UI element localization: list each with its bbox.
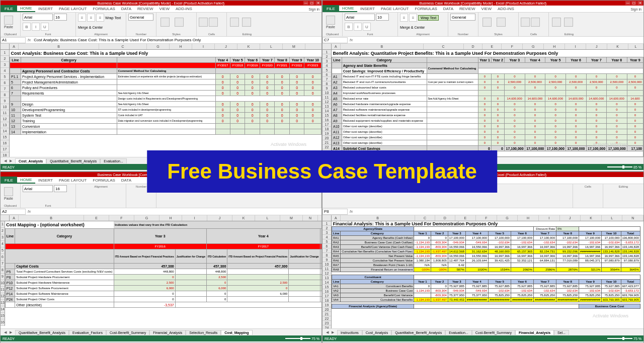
col[interactable]: I <box>182 215 207 221</box>
cell[interactable]: 0 <box>414 284 431 289</box>
col[interactable]: B <box>341 215 416 221</box>
tab-review[interactable]: REVIEW <box>134 5 156 12</box>
cell[interactable]: 0 <box>545 74 566 79</box>
col[interactable]: J <box>586 44 607 49</box>
zoom-controls[interactable]: 85 % <box>607 165 641 169</box>
table-row[interactable]: P12Subtotal Project Software Procurement… <box>5 286 321 291</box>
cell[interactable]: 0 <box>505 129 525 135</box>
row-header[interactable]: 10 <box>323 262 331 267</box>
cell[interactable]: 0 <box>260 91 274 96</box>
cell[interactable]: 0 <box>289 79 304 85</box>
row-header[interactable]: 19 <box>323 131 331 136</box>
cell[interactable]: 0 <box>230 107 245 113</box>
cell[interactable]: 0 <box>245 85 260 91</box>
cell[interactable]: 0 <box>525 107 545 113</box>
row-header[interactable]: 15 <box>323 113 331 118</box>
cell[interactable]: 0 <box>545 85 566 91</box>
cell[interactable]: 17,100,000 <box>602 236 621 240</box>
cell[interactable]: 75,825,250 <box>533 293 556 298</box>
col[interactable]: M <box>280 215 303 221</box>
cell[interactable] <box>621 263 640 268</box>
col[interactable]: F <box>476 215 497 221</box>
signin-link[interactable]: Sign in <box>307 7 321 12</box>
cell[interactable]: 0 <box>505 140 525 146</box>
align-icon[interactable]: ≡ <box>87 14 95 22</box>
cell[interactable]: 77,019,089 <box>556 259 579 263</box>
table-row[interactable]: VA2Business Case Cost-1,134,193-803,304-… <box>332 289 640 293</box>
merge-button[interactable]: Merge & Center <box>78 26 103 29</box>
comment-cell[interactable] <box>117 129 215 135</box>
row-header[interactable]: 7 <box>323 248 331 253</box>
table-row[interactable]: A1Reduced IT and non-IT FTE costs includ… <box>332 74 643 79</box>
cell[interactable]: 0 <box>304 113 321 118</box>
col[interactable]: I <box>565 44 586 49</box>
cell[interactable]: 75,825,250 <box>511 293 533 298</box>
cell[interactable]: 0 <box>275 79 289 85</box>
sheet-area[interactable]: A B E F G H I J K L M N 1234567891011121… <box>1 215 321 328</box>
row-header[interactable]: 15 <box>323 285 331 289</box>
zoom-controls[interactable]: 75 % <box>607 337 641 340</box>
cell[interactable]: 16,997,366 <box>488 245 511 249</box>
cell[interactable]: 0 <box>607 124 627 129</box>
cell[interactable]: -549,934 <box>448 240 465 245</box>
row-header[interactable]: 18 <box>323 298 331 303</box>
sheet-tab[interactable]: Evaluation... <box>100 158 127 163</box>
table-row[interactable]: Design costs included in Requirements an… <box>10 96 321 102</box>
col[interactable]: D <box>435 215 455 221</box>
cell[interactable]: 0 <box>320 297 321 302</box>
sheet-area[interactable]: A B C D E F G H I J K L N 12345678910111… <box>323 215 643 328</box>
sort-button[interactable] <box>229 14 240 31</box>
cell[interactable]: 0 <box>289 74 304 79</box>
name-box[interactable]: C7 <box>323 37 348 43</box>
row-header[interactable]: 1 <box>323 50 331 54</box>
sheet-tab[interactable]: Financial_Analysis <box>515 330 554 335</box>
cell[interactable]: 0 <box>525 85 545 91</box>
cell[interactable]: 0 <box>505 124 525 129</box>
row-header[interactable]: 3 <box>1 234 5 241</box>
cell[interactable]: 16,550,066 <box>448 254 465 259</box>
category-cell[interactable]: Reduced IT and non-IT FTE costs includin… <box>342 74 427 79</box>
cell[interactable]: 0 <box>227 286 289 291</box>
cell[interactable]: -1,134,193 <box>414 298 431 302</box>
cell[interactable]: 0 <box>586 129 607 135</box>
category-cell[interactable]: Agency Benefits (Cash Inflow) <box>341 236 414 240</box>
col-a[interactable]: A <box>10 44 19 49</box>
cell[interactable]: 448,800 <box>206 269 227 275</box>
select-all[interactable] <box>1 44 10 49</box>
cell[interactable] <box>175 280 206 286</box>
cell[interactable]: 2,500,000 <box>627 79 643 85</box>
sheet-tab[interactable]: Cost-Benefit_Summary <box>472 330 515 335</box>
cell[interactable]: 0 <box>525 124 545 129</box>
col[interactable]: H <box>159 215 182 221</box>
cell[interactable]: 0 <box>289 113 304 118</box>
category-cell[interactable]: Financial Return on Investment <box>341 268 414 272</box>
col-h[interactable]: H <box>170 44 192 49</box>
col-c[interactable]: C <box>99 44 147 49</box>
cell[interactable]: 0 <box>478 74 492 79</box>
cell[interactable]: -1,937,497 <box>431 298 448 302</box>
nav-prev-icon[interactable]: ◀ <box>3 330 8 334</box>
insert-button[interactable] <box>521 14 530 31</box>
cell[interactable]: 0 <box>627 129 643 135</box>
table-row[interactable]: 11System TestCosts included in UAT000000… <box>10 113 321 118</box>
category-cell[interactable]: Business Case Cost (Cash Outflow) <box>341 240 414 245</box>
cell[interactable]: 0 <box>275 85 289 91</box>
table-row[interactable]: P5Total Project Contract/Consultant Serv… <box>5 269 321 275</box>
category-cell[interactable]: Project Agency Personnel Services - Impl… <box>21 74 117 79</box>
cell[interactable]: 14,600 <box>627 96 643 102</box>
row-header[interactable]: 6 <box>323 72 331 77</box>
cell[interactable]: 0 <box>478 140 492 146</box>
row-header[interactable]: 4 <box>1 68 9 74</box>
cell[interactable]: 2,500,000 <box>607 79 627 85</box>
row-header[interactable]: 12 <box>323 271 331 276</box>
cell[interactable]: 0 <box>627 102 643 107</box>
cell[interactable]: 6,000 <box>114 286 175 291</box>
table-row[interactable]: A5Reduced error rateSee Add Agency Info … <box>332 96 643 102</box>
comment-cell[interactable] <box>427 129 478 135</box>
sheet-area[interactable]: A B C G H I J K L M 12345678910111213141… <box>1 44 321 157</box>
comment-cell[interactable]: ST costs included in development/program… <box>117 107 215 113</box>
nav-prev-icon[interactable]: ◀ <box>325 330 330 334</box>
cell[interactable]: 0 <box>304 85 321 91</box>
cell[interactable] <box>289 297 320 302</box>
cell[interactable]: 16,997,366 <box>488 254 511 259</box>
